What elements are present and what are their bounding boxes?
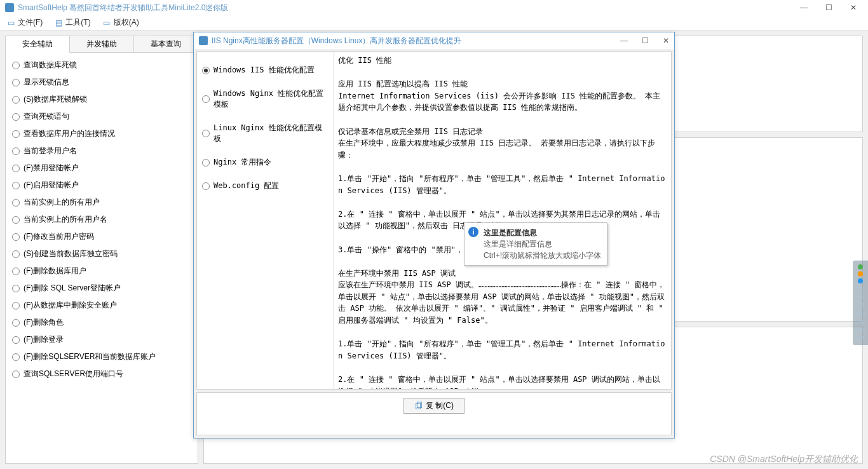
security-option-label: 当前登录用户名: [24, 146, 77, 156]
security-option-label: 当前实例上的所有用户: [24, 197, 100, 208]
radio-icon: [12, 268, 20, 275]
window-controls: — ☐ ✕: [800, 3, 863, 12]
tools-icon: ▤: [54, 18, 63, 27]
security-option[interactable]: (F)禁用登陆帐户: [11, 160, 193, 177]
security-option[interactable]: 当前实例上的所有用户名: [11, 211, 193, 228]
radio-icon: [12, 79, 20, 86]
dialog-close-icon[interactable]: ✕: [663, 36, 669, 45]
tab-security[interactable]: 安全辅助: [6, 36, 70, 53]
radio-icon: [12, 319, 20, 327]
cpu-label: CPU: [854, 318, 866, 325]
minimize-icon[interactable]: —: [800, 3, 808, 12]
net-up-unit: /K/s: [855, 310, 865, 316]
tab-label: 并发辅助: [86, 39, 117, 50]
dialog-minimize-icon[interactable]: —: [620, 36, 628, 45]
dialog-option[interactable]: Nginx 常用指令: [201, 151, 330, 174]
security-option-label: 当前实例上的所有用户名: [24, 214, 107, 225]
net-up: 0.3: [857, 302, 865, 308]
stats-overlay: 0.5 /K/s 0.3 /K/s CPU 68% 44℃: [853, 261, 868, 345]
dialog-icon: [199, 36, 208, 45]
tooltip-sub: 这里是详细配置信息: [484, 238, 602, 250]
tab-concurrency[interactable]: 并发辅助: [70, 36, 134, 52]
close-icon[interactable]: ✕: [850, 3, 857, 12]
config-text-area[interactable]: 优化 IIS 性能 应用 IIS 配置选项以提高 IIS 性能 Internet…: [334, 52, 671, 389]
radio-icon: [12, 182, 20, 189]
dialog-text-col: 优化 IIS 性能 应用 IIS 配置选项以提高 IIS 性能 Internet…: [334, 52, 671, 389]
watermark: CSDN @SmartSoftHelp开发辅助优化: [710, 454, 858, 465]
security-option-label: (F)删除数据库用户: [24, 266, 86, 276]
menu-tools[interactable]: ▤ 工具(T): [54, 17, 90, 28]
security-option-label: 查询SQLSERVER使用端口号: [24, 369, 123, 379]
security-option[interactable]: (F)启用登陆帐户: [11, 177, 193, 194]
dialog-option-label: Web.config 配置: [214, 180, 279, 191]
dialog-option[interactable]: Linux Nginx 性能优化配置模板: [201, 116, 330, 151]
dialog-option-label: Windows Nginx 性能优化配置模板: [214, 88, 329, 110]
radio-icon: [12, 216, 20, 224]
menu-copyright[interactable]: ▭ 版权(A): [102, 17, 139, 28]
dialog-option-label: Windows IIS 性能优化配置: [214, 65, 315, 76]
radio-icon: [202, 95, 210, 103]
tabs: 安全辅助 并发辅助 基本查询: [6, 36, 198, 53]
radio-icon: [202, 67, 210, 74]
app-icon: [5, 3, 14, 12]
radio-icon: [12, 336, 20, 344]
copy-icon: [414, 402, 423, 411]
file-icon: ▭: [6, 18, 15, 27]
radio-icon: [202, 159, 210, 167]
security-option[interactable]: (F)删除登录: [11, 331, 193, 348]
dialog-window-controls: — ☐ ✕: [620, 36, 669, 45]
security-option[interactable]: (S)创建当前数据库独立密码: [11, 245, 193, 262]
security-option[interactable]: 显示死锁信息: [11, 74, 193, 91]
security-option[interactable]: (F)删除数据库用户: [11, 262, 193, 280]
security-option-label: 显示死锁信息: [24, 77, 69, 88]
security-option-label: (F)从数据库中删除安全账户: [24, 300, 117, 311]
security-option[interactable]: 查询SQLSERVER使用端口号: [11, 365, 193, 383]
maximize-icon[interactable]: ☐: [825, 3, 832, 12]
dialog-content: Windows IIS 性能优化配置Windows Nginx 性能优化配置模板…: [196, 51, 672, 390]
security-option[interactable]: (F)修改当前用户密码: [11, 228, 193, 245]
radio-icon: [12, 250, 20, 258]
security-option-label: (F)删除 SQL Server登陆帐户: [24, 283, 121, 294]
radio-icon: [12, 147, 20, 155]
copyright-icon: ▭: [102, 18, 111, 27]
status-dot-blue: [858, 278, 863, 283]
menubar: ▭ 文件(F) ▤ 工具(T) ▭ 版权(A): [0, 15, 868, 31]
temp-value: 44℃: [854, 335, 867, 341]
security-option[interactable]: 当前实例上的所有用户: [11, 194, 193, 211]
copy-button[interactable]: 复 制(C): [403, 398, 465, 414]
copy-button-label: 复 制(C): [426, 400, 454, 411]
security-option[interactable]: 查询死锁语句: [11, 108, 193, 125]
security-option[interactable]: (F)删除SQLSERVER和当前数据库账户: [11, 348, 193, 365]
dialog-option-label: Nginx 常用指令: [214, 157, 271, 168]
security-option-label: (F)启用登陆帐户: [24, 180, 79, 191]
dialog-option[interactable]: Windows Nginx 性能优化配置模板: [201, 82, 330, 116]
tab-basic-query[interactable]: 基本查询: [134, 36, 198, 52]
radio-icon: [12, 233, 20, 241]
dialog-maximize-icon[interactable]: ☐: [642, 36, 649, 45]
net-down: 0.5: [857, 285, 865, 292]
security-option[interactable]: 查看数据库用户的连接情况: [11, 125, 193, 142]
menu-file[interactable]: ▭ 文件(F): [6, 17, 43, 28]
net-down-unit: /K/s: [855, 294, 865, 300]
radio-icon: [202, 182, 210, 190]
dialog-option[interactable]: Web.config 配置: [201, 174, 330, 198]
security-option[interactable]: (F)从数据库中删除安全账户: [11, 297, 193, 314]
tooltip: i 这里是配置信息 这里是详细配置信息 Ctrl+!滚动鼠标滑轮放大或缩小字体: [464, 222, 607, 266]
security-option[interactable]: (F)删除角色: [11, 314, 193, 331]
security-option-list: 查询数据库死锁显示死锁信息(S)数据库死锁解锁查询死锁语句查看数据库用户的连接情…: [6, 53, 198, 463]
security-option[interactable]: (S)数据库死锁解锁: [11, 91, 193, 108]
radio-icon: [12, 370, 20, 378]
security-option-label: (F)修改当前用户密码: [24, 231, 94, 242]
radio-icon: [12, 130, 20, 138]
security-option[interactable]: 当前登录用户名: [11, 142, 193, 160]
menu-tools-label: 工具(T): [65, 17, 90, 28]
dialog-option[interactable]: Windows IIS 性能优化配置: [201, 58, 330, 82]
dialog-option-label: Linux Nginx 性能优化配置模板: [214, 123, 329, 144]
tab-label: 安全辅助: [22, 39, 53, 50]
security-option[interactable]: (F)删除 SQL Server登陆帐户: [11, 280, 193, 297]
security-option[interactable]: 查询数据库死锁: [11, 57, 193, 74]
menu-file-label: 文件(F): [18, 17, 43, 28]
radio-icon: [12, 353, 20, 361]
tab-label: 基本查询: [151, 39, 181, 50]
radio-icon: [12, 199, 20, 207]
